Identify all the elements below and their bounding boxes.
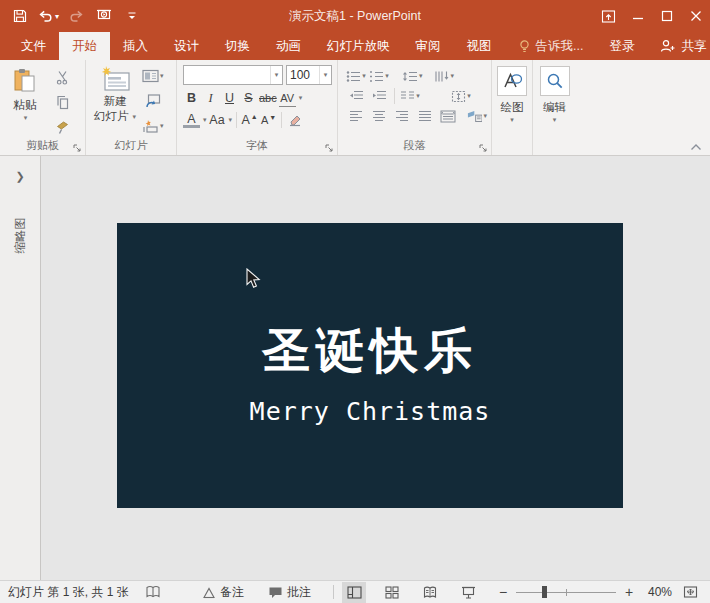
slide-number-indicator[interactable]: 幻灯片 第 1 张, 共 1 张 xyxy=(8,584,129,601)
save-button[interactable] xyxy=(8,3,32,29)
slide-canvas[interactable]: 圣诞快乐 Merry Christmas xyxy=(41,156,710,580)
layout-button[interactable]: ▾ xyxy=(142,66,164,86)
slide-title-english[interactable]: Merry Christmas xyxy=(117,397,623,426)
strikethrough-button[interactable]: S xyxy=(240,89,257,107)
italic-button[interactable]: I xyxy=(202,89,219,107)
thumbnail-pane-collapsed[interactable]: ❯ 缩略图 xyxy=(0,156,41,580)
drawing-dropdown-icon[interactable]: ▾ xyxy=(492,116,532,124)
align-left-button[interactable] xyxy=(346,106,366,126)
view-reading-button[interactable] xyxy=(418,582,442,603)
new-slide-button[interactable]: 新建 幻灯片▾ xyxy=(94,66,136,124)
paste-button[interactable]: 粘贴 ▾ xyxy=(12,67,38,122)
minimize-button[interactable] xyxy=(623,0,652,32)
font-size-dropdown-icon[interactable]: ▾ xyxy=(319,66,331,84)
distribute-button[interactable] xyxy=(438,106,458,126)
reset-button[interactable] xyxy=(142,91,164,111)
slide-1[interactable]: 圣诞快乐 Merry Christmas xyxy=(117,223,623,508)
tell-me-box[interactable]: 告诉我... xyxy=(505,32,597,60)
character-spacing-dropdown-icon[interactable]: ▾ xyxy=(299,94,303,102)
font-group-label: 字体 xyxy=(177,138,337,153)
justify-button[interactable] xyxy=(415,106,435,126)
paste-icon xyxy=(12,67,38,93)
sign-in-button[interactable]: 登录 xyxy=(596,32,647,60)
tab-file[interactable]: 文件 xyxy=(8,32,59,60)
text-direction-button[interactable]: ▾ xyxy=(434,66,455,86)
align-center-button[interactable] xyxy=(369,106,389,126)
copy-button[interactable] xyxy=(52,92,72,112)
editing-button[interactable] xyxy=(540,66,570,96)
tab-animations[interactable]: 动画 xyxy=(263,32,314,60)
font-color-button[interactable]: A xyxy=(183,112,200,128)
grow-font-button[interactable]: A▲ xyxy=(241,111,258,129)
undo-dropdown-icon[interactable]: ▾ xyxy=(55,12,59,21)
indent-decrease-icon xyxy=(349,90,364,102)
clear-formatting-button[interactable] xyxy=(286,111,303,129)
fit-window-icon xyxy=(683,585,698,599)
paste-dropdown-icon[interactable]: ▾ xyxy=(13,114,38,122)
bold-button[interactable]: B xyxy=(183,89,200,107)
view-normal-button[interactable] xyxy=(342,582,366,603)
tab-transitions[interactable]: 切换 xyxy=(212,32,263,60)
change-case-dropdown-icon[interactable]: ▾ xyxy=(229,116,233,124)
clipboard-dialog-launcher[interactable] xyxy=(73,144,82,153)
change-case-button[interactable]: Aa xyxy=(209,111,226,129)
maximize-icon xyxy=(661,10,673,22)
convert-smartart-button[interactable]: ▾ xyxy=(467,106,487,126)
fit-to-window-button[interactable] xyxy=(678,582,702,603)
section-button[interactable]: ▾ xyxy=(142,116,164,136)
tab-slideshow[interactable]: 幻灯片放映 xyxy=(314,32,403,60)
shrink-font-button[interactable]: A▼ xyxy=(260,111,277,129)
view-slideshow-button[interactable] xyxy=(456,582,480,603)
line-spacing-button[interactable]: ▾ xyxy=(402,66,423,86)
drawing-button[interactable] xyxy=(497,66,527,96)
expand-pane-icon[interactable]: ❯ xyxy=(15,170,24,183)
indent-decrease-button[interactable] xyxy=(346,86,366,106)
editing-label: 编辑 xyxy=(533,100,576,115)
font-dialog-launcher[interactable] xyxy=(325,144,334,153)
font-name-dropdown-icon[interactable]: ▾ xyxy=(270,66,282,84)
font-name-combo[interactable]: ▾ xyxy=(183,65,283,85)
redo-button[interactable] xyxy=(64,3,88,29)
share-label: 共享 xyxy=(681,38,706,55)
align-right-button[interactable] xyxy=(392,106,412,126)
undo-button[interactable]: ▾ xyxy=(36,3,60,29)
zoom-slider-handle[interactable] xyxy=(542,586,547,598)
align-text-button[interactable]: ▾ xyxy=(451,86,471,106)
view-slide-sorter-button[interactable] xyxy=(380,582,404,603)
cut-button[interactable] xyxy=(52,67,72,87)
notes-button[interactable]: 备注 xyxy=(202,584,244,601)
font-name-input[interactable] xyxy=(184,66,270,84)
spellcheck-button[interactable] xyxy=(145,585,161,599)
maximize-button[interactable] xyxy=(652,0,681,32)
font-size-combo[interactable]: ▾ xyxy=(286,65,332,85)
editing-dropdown-icon[interactable]: ▾ xyxy=(533,116,576,124)
tab-home[interactable]: 开始 xyxy=(59,32,110,60)
font-size-input[interactable] xyxy=(287,66,319,84)
zoom-out-button[interactable]: − xyxy=(496,584,510,600)
customize-qat-button[interactable] xyxy=(120,3,144,29)
close-button[interactable] xyxy=(681,0,710,32)
zoom-slider[interactable] xyxy=(516,585,616,599)
ribbon-display-options-button[interactable] xyxy=(594,0,623,32)
character-spacing-button[interactable]: AV xyxy=(279,89,296,107)
underline-button[interactable]: U xyxy=(221,89,238,107)
format-painter-button[interactable] xyxy=(52,117,72,137)
paragraph-dialog-launcher[interactable] xyxy=(479,144,488,153)
start-slideshow-button[interactable] xyxy=(92,3,116,29)
tab-review[interactable]: 审阅 xyxy=(403,32,454,60)
text-shadow-button[interactable]: abc xyxy=(259,89,277,107)
columns-button[interactable]: ▾ xyxy=(400,86,420,106)
zoom-in-button[interactable]: + xyxy=(622,584,636,600)
bullets-button[interactable]: ▾ xyxy=(346,66,366,86)
slide-title-chinese[interactable]: 圣诞快乐 xyxy=(117,319,623,383)
collapse-ribbon-button[interactable] xyxy=(690,143,702,151)
tab-view[interactable]: 视图 xyxy=(454,32,505,60)
tab-insert[interactable]: 插入 xyxy=(110,32,161,60)
font-color-dropdown-icon[interactable]: ▾ xyxy=(203,116,207,124)
indent-increase-button[interactable] xyxy=(369,86,389,106)
tab-design[interactable]: 设计 xyxy=(161,32,212,60)
numbering-button[interactable]: ▾ xyxy=(369,66,389,86)
comments-button[interactable]: 批注 xyxy=(268,584,311,601)
share-button[interactable]: 共享 xyxy=(647,32,710,60)
zoom-level[interactable]: 40% xyxy=(636,585,672,599)
